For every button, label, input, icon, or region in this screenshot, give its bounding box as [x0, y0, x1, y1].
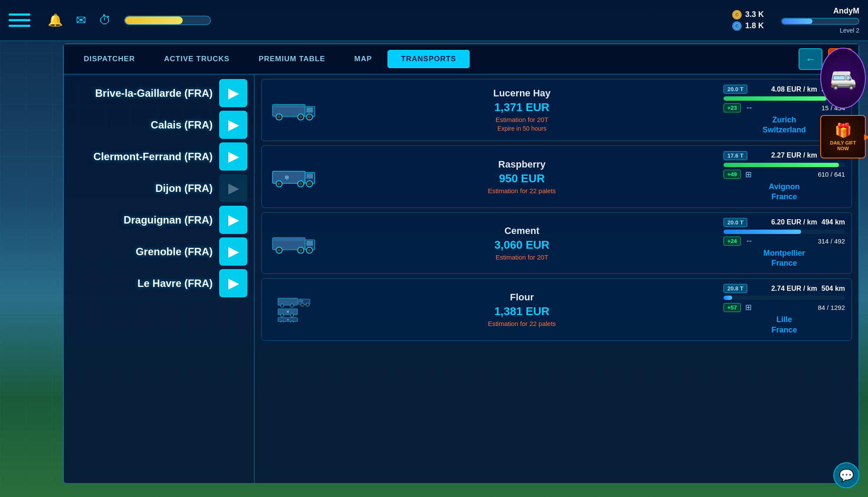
bonus-badge: +23: [723, 103, 741, 112]
svg-point-45: [281, 321, 283, 323]
city-select-button[interactable]: ▶: [219, 142, 247, 171]
tab-premium-table[interactable]: PREMIUM TABLE: [245, 50, 339, 68]
mail-icon[interactable]: ✉: [76, 13, 86, 27]
currency-section: © 3.3 K © 1.8 K: [732, 10, 764, 31]
blue-amount: 1.8 K: [745, 21, 764, 30]
progress-fill: [723, 230, 801, 234]
transport-card[interactable]: ❄ ❄ Flour1,381 EUREstimation for 22 pale…: [261, 278, 852, 341]
city-name: Dijon (FRA): [70, 182, 219, 194]
svg-point-20: [308, 182, 311, 185]
level-text: Level 2: [840, 27, 859, 34]
distance-text: 494 km: [822, 218, 845, 226]
svg-text:❄: ❄: [284, 174, 289, 181]
city-name: Calais (FRA): [70, 119, 219, 131]
level-bar: [781, 18, 859, 25]
cargo-name: Flour: [327, 292, 717, 303]
truck-type-icon: ⊞: [745, 303, 752, 312]
gift-arrow-icon: ▶: [864, 132, 868, 142]
right-panel: 🚐 🎁 DAILY GIFTNOW ▶: [816, 43, 868, 163]
city-item: Clermont-Ferrand (FRA)▶: [70, 142, 247, 171]
hamburger-menu[interactable]: [9, 12, 30, 29]
truck-icon: ❄: [268, 164, 320, 190]
gift-label: DAILY GIFTNOW: [830, 140, 856, 151]
svg-rect-31: [274, 239, 304, 240]
blue-coin-icon: ©: [732, 21, 742, 31]
stat-row-bonus: +57 ⊞ 84 / 1292: [723, 303, 845, 312]
svg-point-36: [290, 304, 294, 307]
city-item: Grenoble (FRA)▶: [70, 237, 247, 266]
city-select-button[interactable]: ▶: [219, 269, 247, 297]
gold-amount: 3.3 K: [745, 10, 764, 19]
slots-text: 84 / 1292: [818, 304, 845, 311]
level-fill: [782, 19, 812, 24]
cargo-name: Lucerne Hay: [327, 88, 717, 99]
svg-point-38: [306, 303, 309, 306]
currency-row-blue: © 1.8 K: [732, 21, 764, 31]
tab-transports[interactable]: TRANSPORTS: [388, 50, 470, 68]
progress-bar: [723, 296, 845, 300]
weight-badge: 20.0 T: [723, 85, 747, 94]
svg-point-35: [281, 304, 284, 307]
bonus-badge: +57: [723, 303, 741, 312]
bell-icon[interactable]: 🔔: [48, 13, 63, 27]
city-name: Draguignan (FRA): [70, 214, 219, 226]
cargo-price: 1,381 EUR: [327, 305, 717, 318]
truck-icon: [268, 97, 320, 123]
gift-icon: 🎁: [835, 122, 852, 138]
stat-row-bonus: +24 ↔ 314 / 492: [723, 237, 845, 246]
tab-bar: DISPATCHER ACTIVE TRUCKS PREMIUM TABLE M…: [64, 44, 858, 75]
cargo-name: Raspberry: [327, 159, 717, 170]
van-promo[interactable]: 🚐: [820, 48, 866, 109]
svg-point-37: [301, 303, 304, 306]
city-item: Brive-la-Gaillarde (FRA)▶: [70, 79, 247, 107]
city-select-button: ▶: [219, 174, 247, 202]
city-select-button[interactable]: ▶: [219, 79, 247, 107]
svg-point-46: [291, 321, 293, 323]
xp-bar: [124, 16, 211, 25]
rate-text: 6.20 EUR / km: [771, 218, 817, 226]
transport-card[interactable]: Cement3,060 EUREstimation for 20T 20.0 T…: [261, 212, 852, 274]
topbar-icons: 🔔 ✉ ⏱: [48, 13, 211, 27]
svg-text:❄: ❄: [286, 310, 289, 314]
transport-card[interactable]: Lucerne Hay1,371 EUREstimation for 20TEx…: [261, 79, 852, 141]
distance-text: 504 km: [822, 285, 845, 293]
daily-gift-button[interactable]: 🎁 DAILY GIFTNOW ▶: [820, 115, 866, 158]
progress-fill: [723, 96, 827, 101]
city-select-button[interactable]: ▶: [219, 111, 247, 139]
svg-rect-32: [278, 298, 298, 306]
bonus-badge: +49: [723, 170, 741, 179]
transport-list: Lucerne Hay1,371 EUREstimation for 20TEx…: [255, 75, 858, 483]
destination: MontpellierFrance: [723, 248, 845, 269]
cargo-price: 950 EUR: [327, 172, 717, 185]
weight-badge: 20.0 T: [723, 218, 747, 227]
van-icon: 🚐: [830, 66, 857, 91]
tab-map[interactable]: MAP: [341, 50, 385, 68]
city-select-button[interactable]: ▶: [219, 206, 247, 234]
transport-card[interactable]: ❄ Raspberry950 EUREstimation for 22 pale…: [261, 145, 852, 208]
city-sidebar: Brive-la-Gaillarde (FRA)▶Calais (FRA)▶Cl…: [64, 75, 255, 483]
svg-point-41: [281, 314, 284, 317]
svg-point-6: [299, 116, 302, 118]
rate-text: 4.08 EUR / km: [771, 86, 817, 93]
clock-icon[interactable]: ⏱: [99, 13, 111, 27]
svg-point-8: [308, 116, 311, 118]
progress-fill: [723, 296, 732, 300]
content-area: Brive-la-Gaillarde (FRA)▶Calais (FRA)▶Cl…: [64, 75, 858, 483]
truck-type-icon: ⊞: [745, 170, 752, 179]
currency-row-gold: © 3.3 K: [732, 10, 764, 20]
cargo-price: 1,371 EUR: [327, 101, 717, 114]
tab-active-trucks[interactable]: ACTIVE TRUCKS: [151, 50, 243, 68]
svg-rect-2: [306, 108, 313, 113]
weight-badge: 20.8 T: [723, 284, 747, 293]
svg-point-42: [290, 314, 294, 317]
transport-info: Raspberry950 EUREstimation for 22 palets: [327, 159, 717, 194]
stat-row-bonus: +49 ⊞ 610 / 641: [723, 170, 845, 179]
svg-point-29: [308, 249, 311, 251]
cargo-estimation: Estimation for 20T: [327, 253, 717, 261]
city-select-button[interactable]: ▶: [219, 237, 247, 266]
svg-rect-34: [299, 300, 303, 303]
tab-dispatcher[interactable]: DISPATCHER: [70, 50, 148, 68]
svg-rect-23: [306, 240, 313, 246]
svg-point-4: [278, 116, 280, 118]
chat-button[interactable]: 💬: [833, 462, 859, 488]
